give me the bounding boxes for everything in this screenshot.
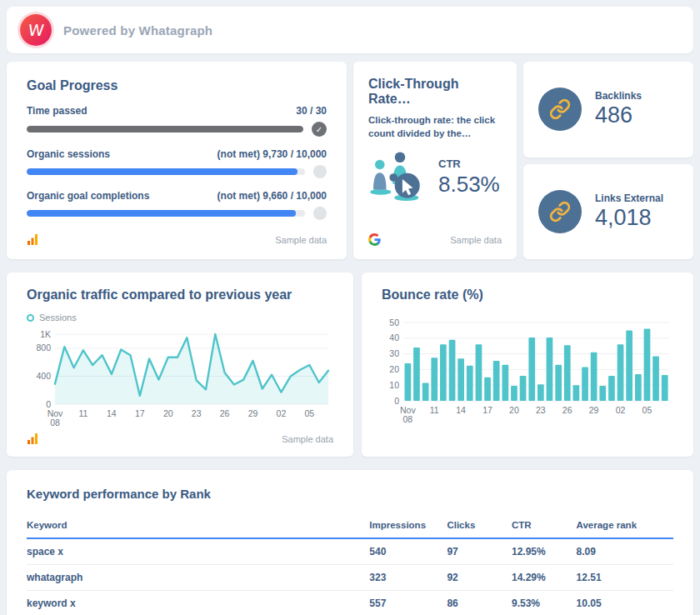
svg-text:29: 29	[248, 408, 258, 418]
svg-text:02: 02	[277, 408, 287, 418]
table-cell: 557	[369, 591, 447, 615]
google-icon	[368, 233, 381, 246]
sample-data-label: Sample data	[282, 434, 333, 444]
table-cell: 323	[369, 565, 447, 591]
svg-text:800: 800	[36, 342, 51, 352]
bounce-rate-title: Bounce rate (%)	[382, 288, 673, 302]
goal-item-organic-sessions: Organic sessions (not met) 9,730 / 10,00…	[27, 148, 327, 178]
svg-text:1K: 1K	[40, 329, 51, 339]
svg-text:20: 20	[389, 364, 399, 374]
svg-text:23: 23	[536, 405, 546, 415]
organic-traffic-title: Organic traffic compared to previous yea…	[27, 288, 333, 302]
goal-value: 30 / 30	[296, 105, 327, 117]
row-charts: Organic traffic compared to previous yea…	[7, 272, 693, 457]
google-analytics-icon	[27, 432, 39, 445]
column-header: Impressions	[369, 512, 447, 538]
google-analytics-icon	[27, 233, 39, 246]
table-cell: whatagraph	[27, 565, 369, 591]
table-cell: 12.95%	[512, 538, 577, 565]
table-cell: 97	[447, 538, 512, 565]
svg-text:Nov08: Nov08	[48, 408, 63, 428]
svg-text:05: 05	[305, 408, 315, 418]
goal-progress-card: Goal Progress Time passed 30 / 30 ✓ Orga…	[7, 62, 347, 259]
goal-item-time-passed: Time passed 30 / 30 ✓	[27, 105, 327, 137]
chart-legend: Sessions	[27, 312, 333, 322]
svg-text:11: 11	[430, 405, 439, 415]
goal-label: Organic goal completions	[27, 190, 149, 202]
svg-text:0: 0	[46, 399, 51, 409]
header: W Powered by Whatagraph	[7, 7, 693, 53]
goal-progress-title: Goal Progress	[27, 78, 327, 93]
table-cell: keyword x	[27, 591, 369, 615]
table-row: space x5409712.95%8.09	[27, 538, 673, 565]
goal-value: (not met) 9,660 / 10,000	[218, 190, 327, 202]
progress-track	[27, 126, 303, 132]
click-people-illustration-icon	[368, 152, 430, 203]
progress-bar	[27, 126, 303, 132]
keyword-table: KeywordImpressionsClicksCTRAverage rank …	[27, 512, 673, 615]
table-cell: 92	[447, 565, 512, 591]
table-row: whatagraph3239214.29%12.51	[27, 565, 673, 591]
links-external-card: Links External 4,018	[523, 164, 693, 260]
svg-text:20: 20	[163, 408, 173, 418]
row-top: Goal Progress Time passed 30 / 30 ✓ Orga…	[7, 62, 693, 259]
link-icon	[538, 88, 582, 131]
column-header: Clicks	[447, 512, 512, 538]
column-header: Average rank	[577, 512, 673, 538]
legend-ring-icon	[27, 314, 34, 322]
progress-track	[27, 210, 305, 217]
keyword-performance-card: Keyword performance by Rank KeywordImpre…	[7, 470, 693, 615]
column-header: Keyword	[27, 512, 369, 538]
organic-traffic-card: Organic traffic compared to previous yea…	[7, 272, 353, 457]
column-header: CTR	[512, 512, 577, 538]
svg-text:0: 0	[394, 396, 399, 406]
svg-text:20: 20	[509, 405, 519, 415]
svg-text:14: 14	[456, 405, 466, 415]
legend-label: Sessions	[39, 312, 77, 322]
table-cell: 14.29%	[512, 565, 577, 591]
svg-text:17: 17	[482, 405, 492, 415]
goal-label: Organic sessions	[27, 148, 110, 160]
stat-label: Links External	[595, 192, 663, 204]
table-row: keyword x557869.53%10.05	[27, 591, 673, 615]
svg-text:23: 23	[192, 408, 202, 418]
goal-label: Time passed	[27, 105, 87, 117]
logo-letter: W	[27, 21, 44, 39]
svg-text:17: 17	[135, 408, 145, 418]
goal-status-icon	[313, 207, 327, 220]
svg-text:02: 02	[616, 405, 626, 415]
svg-text:14: 14	[107, 408, 117, 418]
progress-bar	[27, 210, 296, 217]
table-cell: 9.53%	[512, 591, 577, 615]
svg-text:26: 26	[562, 405, 572, 415]
table-cell: 540	[369, 538, 447, 565]
progress-track	[27, 168, 305, 175]
bounce-rate-card: Bounce rate (%) 01020304050Nov0811141720…	[362, 272, 693, 457]
svg-text:Nov08: Nov08	[400, 405, 416, 424]
goal-status-icon: ✓	[312, 122, 327, 137]
goal-item-goal-completions: Organic goal completions (not met) 9,660…	[27, 190, 327, 220]
svg-text:30: 30	[389, 348, 399, 358]
goal-status-icon	[313, 165, 327, 178]
ctr-description: Click-through rate: the click count divi…	[368, 114, 502, 140]
brand-text: Powered by Whatagraph	[63, 23, 212, 38]
svg-text:11: 11	[78, 408, 88, 418]
goal-value: (not met) 9,730 / 10,000	[218, 148, 327, 160]
sample-data-label: Sample data	[275, 235, 327, 245]
stat-value: 4,018	[595, 205, 663, 231]
backlinks-card: Backlinks 486	[523, 62, 693, 158]
svg-text:50: 50	[389, 318, 399, 328]
keyword-table-title: Keyword performance by Rank	[27, 487, 673, 501]
ctr-card: Click-Through Rate… Click-through rate: …	[353, 62, 517, 259]
svg-text:26: 26	[220, 408, 230, 418]
stat-column: Backlinks 486 Links External 4,018	[523, 62, 693, 259]
sample-data-label: Sample data	[450, 235, 502, 245]
table-cell: 12.51	[577, 565, 673, 591]
table-cell: 10.05	[577, 591, 673, 615]
table-header: KeywordImpressionsClicksCTRAverage rank	[27, 512, 673, 538]
link-icon	[538, 190, 582, 233]
sessions-line-chart: 04008001KNov08111417202326290205	[27, 329, 333, 428]
svg-text:40: 40	[389, 332, 399, 342]
whatagraph-logo-icon: W	[20, 14, 52, 46]
ctr-metric-label: CTR	[438, 158, 500, 170]
